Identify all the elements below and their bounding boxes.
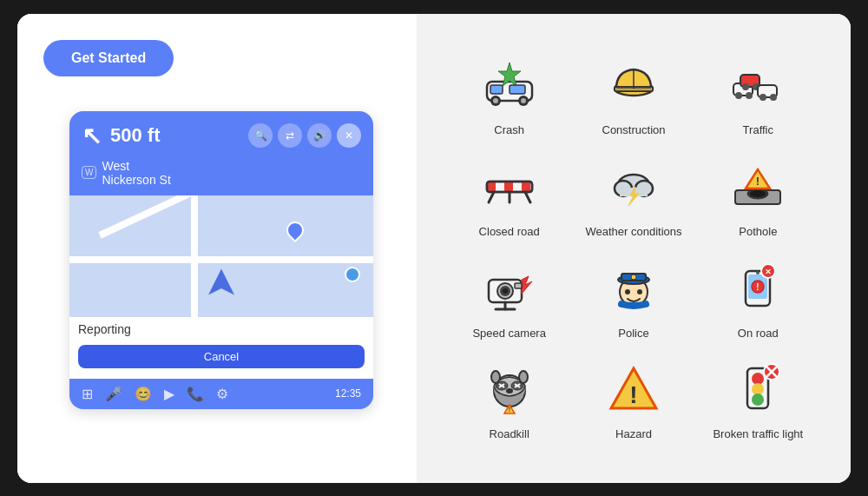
svg-line-28 xyxy=(525,192,530,202)
icon-item-weather[interactable]: Weather conditions xyxy=(575,155,691,240)
time-display: 12:35 xyxy=(335,387,361,400)
icon-item-closed-road[interactable]: Closed road xyxy=(451,155,567,240)
map-header: ↖ 500 ft 🔍 ⇄ 🔊 ✕ xyxy=(69,111,373,157)
traffic-label: Traffic xyxy=(743,123,773,138)
reporting-label: Reporting xyxy=(78,322,131,336)
svg-rect-24 xyxy=(504,182,513,192)
icon-item-crash[interactable]: Crash xyxy=(451,54,567,138)
closed-road-label: Closed road xyxy=(479,225,540,240)
close-ctrl-button[interactable]: ✕ xyxy=(337,123,361,148)
map-bottom-bar: ⊞ 🎤 😊 ▶ 📞 ⚙ 12:35 xyxy=(69,379,373,409)
icon-item-pothole[interactable]: ! Pothole xyxy=(700,155,816,240)
hazard-icon: ! xyxy=(602,358,665,420)
street-info: W West Nickerson St xyxy=(69,157,373,195)
svg-text:!: ! xyxy=(756,175,760,188)
broken-traffic-light-label: Broken traffic light xyxy=(713,427,803,442)
road-diagonal xyxy=(98,195,243,239)
svg-point-37 xyxy=(750,190,766,197)
closed-road-icon xyxy=(478,155,541,218)
svg-rect-6 xyxy=(490,85,503,94)
svg-text:!: ! xyxy=(757,282,760,292)
report-icons-grid: Crash Construction xyxy=(451,54,816,443)
police-icon xyxy=(602,257,665,320)
svg-point-79 xyxy=(752,393,764,406)
weather-label: Weather conditions xyxy=(585,225,681,240)
settings-icon[interactable]: ⚙ xyxy=(216,386,228,402)
icon-item-construction[interactable]: Construction xyxy=(575,54,691,138)
roadkill-icon: ! xyxy=(478,358,541,420)
svg-text:!: ! xyxy=(508,407,510,413)
police-label: Police xyxy=(618,327,648,341)
svg-point-53 xyxy=(637,289,642,294)
svg-point-78 xyxy=(752,383,764,395)
navigation-arrow xyxy=(208,269,234,295)
left-panel: Get Started ↖ 500 ft 🔍 ⇄ 🔊 ✕ W West xyxy=(17,14,417,483)
icon-item-on-road[interactable]: ! ✕ On road xyxy=(700,257,816,341)
speed-camera-icon xyxy=(478,257,541,320)
svg-point-71 xyxy=(519,371,528,383)
svg-point-51 xyxy=(631,274,636,280)
map-controls: 🔍 ⇄ 🔊 ✕ xyxy=(248,123,361,148)
mic-icon[interactable]: 🎤 xyxy=(105,386,122,402)
icon-item-traffic[interactable]: Traffic xyxy=(700,54,816,138)
location-dot xyxy=(283,217,307,241)
svg-rect-7 xyxy=(510,85,525,94)
icon-item-hazard[interactable]: ! Hazard xyxy=(575,358,691,442)
street-name: West Nickerson St xyxy=(102,159,170,187)
route-ctrl-button[interactable]: ⇄ xyxy=(278,123,302,148)
speed-camera-label: Speed camera xyxy=(472,327,546,341)
icon-item-speed-camera[interactable]: Speed camera xyxy=(451,257,567,341)
crash-label: Crash xyxy=(494,123,524,138)
svg-point-43 xyxy=(503,288,508,294)
weather-icon xyxy=(602,155,665,218)
reporting-bar: Reporting xyxy=(69,317,373,341)
map-body xyxy=(69,195,373,317)
distance-text: 500 ft xyxy=(110,124,160,147)
pothole-label: Pothole xyxy=(739,225,777,240)
svg-point-20 xyxy=(770,94,777,101)
svg-rect-45 xyxy=(515,283,522,288)
svg-point-3 xyxy=(493,98,498,103)
hazard-label: Hazard xyxy=(615,427,652,442)
get-started-button[interactable]: Get Started xyxy=(43,40,174,76)
broken-traffic-light-icon xyxy=(727,358,789,420)
svg-text:✕: ✕ xyxy=(765,268,772,276)
on-road-label: On road xyxy=(738,327,779,341)
icon-item-police[interactable]: Police xyxy=(575,257,691,341)
phone-icon[interactable]: 📞 xyxy=(187,386,204,402)
road-vertical xyxy=(191,195,198,317)
mood-icon[interactable]: 😊 xyxy=(135,386,152,402)
main-container: Get Started ↖ 500 ft 🔍 ⇄ 🔊 ✕ W West xyxy=(17,14,851,483)
right-panel: Crash Construction xyxy=(417,14,851,483)
roadkill-label: Roadkill xyxy=(490,427,529,442)
crash-icon xyxy=(478,54,541,116)
svg-point-13 xyxy=(735,92,742,99)
grid-icon[interactable]: ⊞ xyxy=(82,386,93,402)
on-road-icon: ! ✕ xyxy=(727,257,789,320)
svg-text:!: ! xyxy=(629,381,637,408)
svg-point-19 xyxy=(760,94,766,101)
turn-arrow-icon: ↖ xyxy=(82,122,102,150)
construction-icon xyxy=(602,54,665,116)
svg-point-52 xyxy=(625,289,630,294)
pothole-icon: ! xyxy=(727,155,789,218)
svg-line-27 xyxy=(489,192,494,202)
cancel-button[interactable]: Cancel xyxy=(78,345,365,368)
svg-point-70 xyxy=(491,371,500,383)
play-icon[interactable]: ▶ xyxy=(164,386,174,402)
svg-point-4 xyxy=(521,98,526,103)
volume-ctrl-button[interactable]: 🔊 xyxy=(307,123,332,148)
svg-point-69 xyxy=(506,388,513,393)
map-card: ↖ 500 ft 🔍 ⇄ 🔊 ✕ W West Nickerson St xyxy=(69,111,373,409)
search-ctrl-button[interactable]: 🔍 xyxy=(248,123,273,148)
svg-point-77 xyxy=(752,373,764,385)
svg-point-16 xyxy=(742,83,749,90)
svg-point-14 xyxy=(746,92,753,99)
construction-label: Construction xyxy=(602,123,666,138)
svg-marker-44 xyxy=(522,276,532,294)
svg-rect-25 xyxy=(522,182,530,192)
icon-item-roadkill[interactable]: ! Roadkill xyxy=(451,358,567,442)
location-dot2 xyxy=(345,267,360,282)
svg-point-56 xyxy=(756,271,760,274)
icon-item-broken-traffic-light[interactable]: Broken traffic light xyxy=(700,358,816,442)
